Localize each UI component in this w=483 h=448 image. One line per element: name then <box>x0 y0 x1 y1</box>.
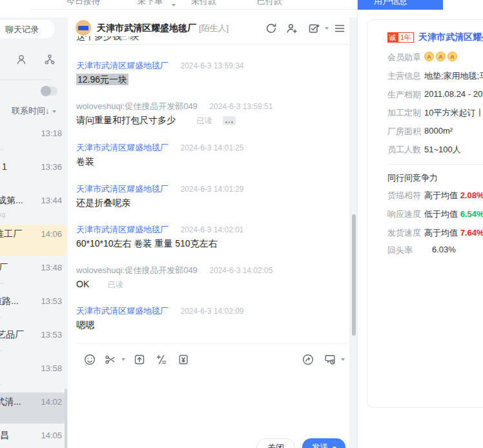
refresh-icon[interactable] <box>265 22 278 35</box>
competitiveness-title: 同行间竞争力 <box>387 172 438 184</box>
emoji-icon[interactable] <box>83 353 96 366</box>
message-head: woloveshuqi:促佳搜品开发部049 2024-6-3 13:59:51 <box>76 100 341 111</box>
member-medals: AAA <box>424 51 459 61</box>
search-input[interactable] <box>4 24 52 35</box>
field-value-main-products: 地垫;家用地毯;马桶垫 <box>424 70 483 82</box>
quote-price-icon[interactable] <box>155 353 168 366</box>
metric-label-shipping-speed: 发货速度 <box>387 227 421 239</box>
filter-toggle[interactable] <box>41 87 57 96</box>
chat-list-item[interactable]: 昌 14:05 <box>0 425 68 448</box>
chevron-down-icon[interactable] <box>341 358 345 361</box>
message-head: 天津市武清区耀盛地毯厂 2024-6-3 14:02:09 <box>76 305 341 316</box>
contact-name: 1 <box>2 161 7 172</box>
medal-icon: A <box>424 52 434 61</box>
message: 天津市武清区耀盛地毯厂 2024-6-3 14:01:25 卷装 <box>76 141 341 168</box>
sidebar-scrollbar[interactable] <box>65 389 67 448</box>
red-packet-icon[interactable] <box>177 353 190 366</box>
message: 天津市武清区耀盛地毯厂 2024-6-3 14:02:09 嗯嗯 <box>76 305 341 331</box>
message-head: 天津市武清区耀盛地毯厂 2024-6-3 13:59:34 <box>76 59 341 70</box>
contact-time: 13:53 <box>31 330 62 340</box>
chat-history-icon[interactable] <box>324 353 336 366</box>
chat-search-box[interactable] <box>0 20 55 38</box>
metric-number: 2.08% ↑ <box>460 190 483 200</box>
contact-time: 14:02 <box>31 397 62 407</box>
sender-name[interactable]: 天津市武清区耀盛地毯厂 <box>76 306 169 316</box>
tab-user-info[interactable]: 用户信息 <box>358 0 443 10</box>
chevron-down-icon <box>52 110 56 113</box>
metric-label-description-match: 货描相符 <box>387 190 421 201</box>
tab-unpaid[interactable]: 未付款 <box>191 0 216 7</box>
contact-snippet: .... <box>0 144 4 151</box>
contact-name: 道路... <box>0 296 19 307</box>
message-more-icon[interactable] <box>223 116 236 125</box>
field-value-customization: 10平方米起订丨支持 <box>424 107 483 119</box>
chat-list-item[interactable]: 艺品厂 13:53 ... <box>0 324 68 358</box>
chat-list-item[interactable]: 道路... 13:53 ... <box>0 290 68 324</box>
metric-value-response-speed: 低于均值 6.54% ↓ <box>424 209 483 220</box>
org-structure-icon[interactable] <box>43 53 56 66</box>
chat-list-item[interactable]: 13:58 ... <box>0 358 68 391</box>
metric-prefix: 高于均值 <box>424 228 458 238</box>
send-button[interactable]: 发送 <box>302 438 345 448</box>
contact-name: 厂 <box>0 262 8 274</box>
tab-paid[interactable]: 已付款 <box>257 0 282 7</box>
sender-name[interactable]: 天津市武清区耀盛地毯厂 <box>76 225 169 234</box>
screenshot-scissors-icon[interactable] <box>104 353 117 366</box>
sender-name[interactable]: woloveshuqi:促佳搜品开发部049 <box>76 101 198 111</box>
chevron-down-icon[interactable] <box>325 27 329 30</box>
contact-name: 昌 <box>0 430 9 442</box>
send-file-icon[interactable] <box>133 353 146 366</box>
message-text: 60*10*10左右 卷装 重量 510克左右 <box>76 238 218 249</box>
sidebar-divider <box>0 79 52 80</box>
menu-icon[interactable] <box>333 22 346 35</box>
avatar <box>76 20 91 36</box>
tab-bar-divider <box>31 9 357 10</box>
metric-label-return-rate: 回头率 <box>387 245 413 256</box>
sort-by-contact-time[interactable]: 联系时间↓ <box>12 105 56 117</box>
contact-snippet: .... <box>0 278 4 285</box>
field-label-customization: 加工定制 <box>387 107 421 119</box>
message-text: 卷装 <box>76 156 94 167</box>
read-receipt: 已读 <box>108 280 123 289</box>
message-time: 2024-6-3 14:01:25 <box>180 143 243 152</box>
contact-snippet: kg <box>0 211 6 218</box>
chevron-down-icon[interactable] <box>121 358 125 361</box>
close-button[interactable]: 关闭 <box>256 438 295 448</box>
create-task-icon[interactable] <box>307 22 320 35</box>
add-contact-icon[interactable] <box>285 22 298 35</box>
membership-year-badge: 1年 <box>398 32 414 43</box>
sender-name[interactable]: woloveshuqi:促佳搜品开发部049 <box>76 265 198 275</box>
transfer-forward-icon[interactable] <box>302 353 314 366</box>
sender-name[interactable]: 天津市武清区耀盛地毯厂 <box>76 184 169 194</box>
chat-list-item-selected[interactable]: 武清... 14:02 <box>0 391 68 425</box>
app-window: 今日接待 未下单 未付款 已付款 联系时间↓ <box>0 0 483 448</box>
contact-name: 淮工厂 <box>0 229 22 240</box>
chat-list-item[interactable]: 1 13:36 <box>0 156 68 190</box>
chat-list-item[interactable]: 13:18 .... <box>0 123 68 156</box>
card-divider <box>387 164 483 165</box>
chat-scrollbar[interactable] <box>352 214 356 336</box>
contacts-icon[interactable] <box>15 53 28 66</box>
chat-list-sidebar: 联系时间↓ 13:18 .... 1 13:36 成第... 13:44 kg … <box>0 17 68 448</box>
user-info-panel: 用户信息 诚 1年 天津市武清区耀盛地毯厂 会员勋章 AAA 主营信息 地垫;家… <box>357 0 483 448</box>
avatar-logo <box>78 26 88 30</box>
company-title-text: 天津市武清区耀盛地毯厂 <box>97 23 196 33</box>
contact-snippet: ... <box>0 345 3 352</box>
message: 天津市武清区耀盛地毯厂 2024-6-3 14:01:29 还是折叠呢亲 <box>76 183 341 209</box>
field-label-medals: 会员勋章 <box>387 52 421 63</box>
message: 天津市武清区耀盛地毯厂 2024-6-3 13:59:34 12.96元一块 <box>76 59 341 86</box>
chat-list-item[interactable]: 成第... 13:44 kg <box>0 190 68 223</box>
field-label-employees: 员工人数 <box>387 144 421 156</box>
tab-no-order[interactable]: 未下单 <box>138 0 163 7</box>
sender-name[interactable]: 天津市武清区耀盛地毯厂 <box>76 61 169 70</box>
medal-icon: A <box>436 52 446 61</box>
close-button-label: 关闭 <box>267 443 284 448</box>
message: 天津市武清区耀盛地毯厂 2024-6-3 14:02:01 60*10*10左右… <box>76 223 341 250</box>
sender-name[interactable]: 天津市武清区耀盛地毯厂 <box>76 143 169 152</box>
stranger-tag: [陌生人] <box>199 23 229 33</box>
company-name-link[interactable]: 天津市武清区耀盛地毯厂 <box>418 32 483 43</box>
chat-list-item[interactable]: 厂 13:48 .... <box>0 257 68 290</box>
toggle-knob <box>41 86 51 96</box>
tab-today-reception[interactable]: 今日接待 <box>67 0 100 7</box>
chat-list-item-highlighted[interactable]: 淮工厂 14:06 <box>0 223 68 257</box>
